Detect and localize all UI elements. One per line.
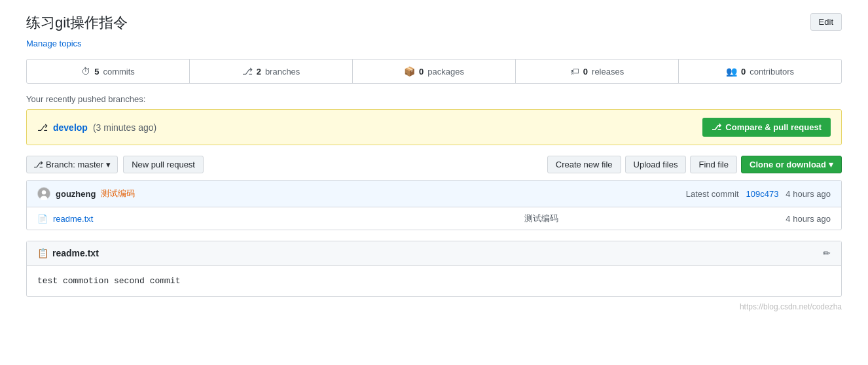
branch-selector[interactable]: ⎇ Branch: master ▾ bbox=[26, 156, 118, 173]
manage-topics-link[interactable]: Manage topics bbox=[26, 39, 82, 48]
chevron-down-icon: ▾ bbox=[106, 160, 111, 169]
file-icon: 📄 bbox=[37, 214, 48, 224]
svg-point-1 bbox=[42, 190, 46, 194]
readme-edit-icon[interactable]: ✏ bbox=[823, 248, 831, 258]
file-commit-message: 测试编码 bbox=[297, 213, 786, 224]
stats-bar: ⏱5 commits⎇2 branches📦0 packages🏷0 relea… bbox=[26, 59, 842, 84]
commit-time: 4 hours ago bbox=[786, 189, 831, 199]
contributors-label: contributors bbox=[750, 67, 794, 77]
commit-hash[interactable]: 109c473 bbox=[746, 189, 779, 199]
stat-item-packages[interactable]: 📦0 packages bbox=[353, 60, 516, 83]
commit-row: gouzheng 测试编码 Latest commit 109c473 4 ho… bbox=[27, 181, 841, 207]
branches-count: 2 bbox=[257, 67, 261, 77]
file-table: gouzheng 测试编码 Latest commit 109c473 4 ho… bbox=[26, 180, 842, 230]
branch-alert-name[interactable]: develop bbox=[53, 122, 88, 133]
commit-user[interactable]: gouzheng bbox=[56, 189, 96, 199]
stat-item-commits[interactable]: ⏱5 commits bbox=[27, 60, 190, 83]
repo-header: 练习git操作指令 Edit bbox=[26, 13, 842, 33]
packages-label: packages bbox=[427, 67, 464, 77]
readme-title: 📋 readme.txt bbox=[37, 248, 99, 258]
branch-alert: ⎇ develop (3 minutes ago) ⎇ Compare & pu… bbox=[26, 109, 842, 145]
branches-label: branches bbox=[265, 67, 300, 77]
clone-btn-label: Clone or download bbox=[750, 160, 826, 169]
recently-pushed-label: Your recently pushed branches: bbox=[26, 94, 842, 104]
releases-count: 0 bbox=[583, 67, 588, 77]
branch-alert-left: ⎇ develop (3 minutes ago) bbox=[37, 122, 156, 133]
file-row: 📄 readme.txt 测试编码 4 hours ago bbox=[27, 207, 841, 230]
branches-icon: ⎇ bbox=[242, 66, 253, 77]
commit-left: gouzheng 测试编码 bbox=[37, 187, 135, 200]
compare-btn-label: Compare & pull request bbox=[725, 122, 822, 132]
chevron-down-icon-clone: ▾ bbox=[829, 160, 833, 169]
readme-content: test commotion second commit bbox=[27, 266, 841, 296]
edit-button[interactable]: Edit bbox=[810, 13, 842, 31]
contributors-icon: 👥 bbox=[726, 66, 737, 77]
commits-icon: ⏱ bbox=[81, 66, 90, 77]
readme-filename: readme.txt bbox=[52, 248, 99, 258]
branch-icon: ⎇ bbox=[33, 160, 43, 169]
stat-item-releases[interactable]: 🏷0 releases bbox=[516, 60, 679, 83]
readme-box: 📋 readme.txt ✏ test commotion second com… bbox=[26, 241, 842, 297]
commit-message[interactable]: 测试编码 bbox=[101, 188, 135, 200]
contributors-count: 0 bbox=[741, 67, 746, 77]
releases-icon: 🏷 bbox=[570, 66, 579, 77]
upload-files-button[interactable]: Upload files bbox=[625, 156, 687, 173]
avatar bbox=[37, 187, 50, 200]
create-new-file-button[interactable]: Create new file bbox=[547, 156, 621, 173]
toolbar: ⎇ Branch: master ▾ New pull request Crea… bbox=[26, 156, 842, 173]
stat-item-branches[interactable]: ⎇2 branches bbox=[190, 60, 353, 83]
releases-label: releases bbox=[592, 67, 624, 77]
toolbar-left: ⎇ Branch: master ▾ New pull request bbox=[26, 156, 204, 173]
toolbar-right: Create new file Upload files Find file C… bbox=[547, 156, 842, 173]
find-file-button[interactable]: Find file bbox=[690, 156, 737, 173]
commits-count: 5 bbox=[94, 67, 99, 77]
packages-count: 0 bbox=[419, 67, 424, 77]
file-name[interactable]: readme.txt bbox=[53, 214, 297, 224]
compare-icon: ⎇ bbox=[712, 122, 721, 132]
stat-item-contributors[interactable]: 👥0 contributors bbox=[679, 60, 841, 83]
branch-alert-time: (3 minutes ago) bbox=[93, 122, 156, 133]
compare-pull-request-button[interactable]: ⎇ Compare & pull request bbox=[702, 118, 831, 137]
commits-label: commits bbox=[103, 67, 134, 77]
readme-header: 📋 readme.txt ✏ bbox=[27, 241, 841, 266]
branch-alert-icon: ⎇ bbox=[37, 122, 48, 133]
commit-right: Latest commit 109c473 4 hours ago bbox=[686, 189, 831, 199]
watermark: https://blog.csdn.net/codezha bbox=[26, 302, 842, 311]
packages-icon: 📦 bbox=[404, 66, 415, 77]
branch-selector-label: Branch: master bbox=[46, 160, 103, 169]
repo-title: 练习git操作指令 bbox=[26, 13, 128, 33]
new-pull-request-button[interactable]: New pull request bbox=[123, 156, 204, 173]
file-time: 4 hours ago bbox=[786, 214, 831, 224]
clone-or-download-button[interactable]: Clone or download ▾ bbox=[741, 156, 842, 173]
latest-commit-prefix: Latest commit bbox=[686, 189, 739, 199]
readme-icon: 📋 bbox=[37, 248, 48, 258]
